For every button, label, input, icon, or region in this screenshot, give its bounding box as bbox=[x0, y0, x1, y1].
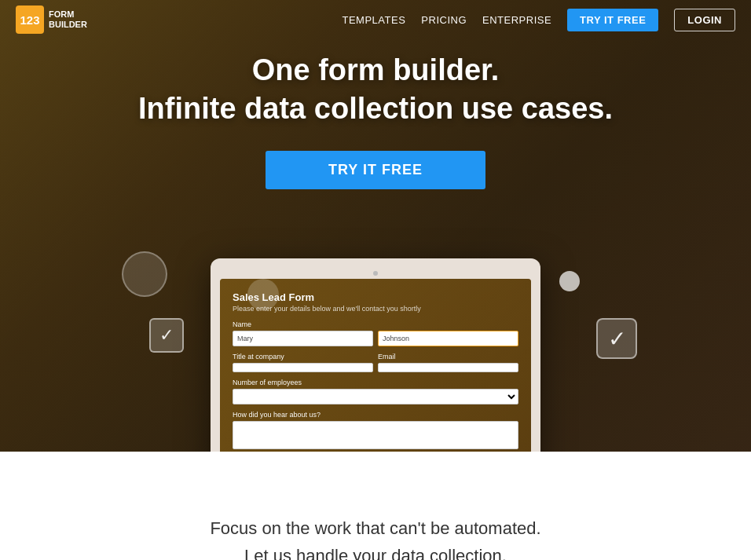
title-label: Title at company bbox=[233, 353, 373, 361]
nav-links: TEMPLATES PRICING ENTERPRISE TRY IT FREE… bbox=[343, 9, 736, 31]
below-hero-text: Focus on the work that can't be automate… bbox=[16, 514, 735, 560]
hero-cta-button[interactable]: TRY IT FREE bbox=[266, 151, 485, 189]
hero-content: One form builder. Infinite data collecti… bbox=[0, 51, 751, 189]
nav-enterprise[interactable]: ENTERPRISE bbox=[482, 14, 551, 26]
email-label: Email bbox=[378, 353, 518, 361]
navbar: 123 FORMBUILDER TEMPLATES PRICING ENTERP… bbox=[0, 0, 751, 39]
nav-try-button[interactable]: TRY IT FREE bbox=[567, 9, 658, 31]
hero-title: One form builder. Infinite data collecti… bbox=[0, 51, 751, 129]
title-col: Title at company bbox=[233, 353, 373, 372]
name-label: Name bbox=[233, 320, 518, 328]
nav-pricing[interactable]: PRICING bbox=[421, 14, 467, 26]
circle-decoration-3 bbox=[559, 271, 580, 291]
email-col: Email bbox=[378, 353, 518, 372]
checkbox-decoration-left: ✓ bbox=[149, 318, 184, 353]
first-name-input[interactable] bbox=[233, 331, 373, 346]
below-hero-section: Focus on the work that can't be automate… bbox=[0, 452, 751, 560]
nav-templates[interactable]: TEMPLATES bbox=[343, 14, 406, 26]
logo[interactable]: 123 FORMBUILDER bbox=[16, 5, 87, 34]
heard-label: How did you hear about us? bbox=[233, 411, 518, 419]
circle-decoration-2 bbox=[247, 279, 279, 310]
title-input[interactable] bbox=[233, 363, 373, 372]
nav-login-button[interactable]: LOGIN bbox=[674, 9, 735, 31]
form-subtitle: Please enter your details below and we'l… bbox=[233, 305, 518, 313]
logo-text: FORMBUILDER bbox=[49, 9, 87, 30]
email-input[interactable] bbox=[378, 363, 518, 372]
checkbox-decoration-right: ✓ bbox=[596, 318, 637, 359]
logo-icon: 123 bbox=[16, 5, 44, 34]
laptop-camera bbox=[373, 271, 378, 276]
employees-label: Number of employees bbox=[233, 379, 518, 386]
hero-section: 123 FORMBUILDER TEMPLATES PRICING ENTERP… bbox=[0, 0, 751, 452]
employees-select[interactable] bbox=[233, 389, 518, 404]
title-email-row: Title at company Email bbox=[233, 353, 518, 372]
last-name-input[interactable] bbox=[378, 331, 518, 346]
circle-decoration-1 bbox=[122, 251, 167, 297]
heard-textarea[interactable] bbox=[233, 421, 518, 449]
name-row bbox=[233, 331, 518, 346]
